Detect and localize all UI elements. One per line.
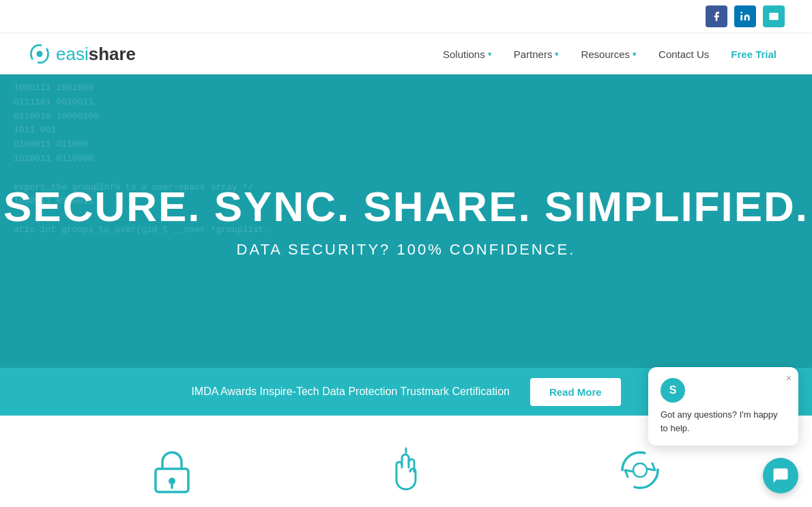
lock-icon <box>145 443 199 497</box>
email-icon[interactable] <box>763 5 785 27</box>
chat-logo: S <box>661 378 685 403</box>
hero-subtitle: DATA SECURITY? 100% CONFIDENCE. <box>3 241 809 259</box>
chat-close-button[interactable]: × <box>786 373 792 383</box>
sync-icon-item <box>613 443 667 497</box>
svg-point-0 <box>740 12 742 14</box>
nav-partners[interactable]: Partners ▾ <box>506 43 568 66</box>
hero-title: SECURE. SYNC. SHARE. SIMPLIFIED. <box>3 184 809 230</box>
facebook-icon[interactable] <box>706 5 727 27</box>
logo-text: easishare <box>56 44 136 65</box>
touch-icon <box>379 443 433 497</box>
linkedin-icon[interactable] <box>734 5 756 27</box>
chat-bubble-text: Got any questions? I'm happy to help. <box>661 408 786 435</box>
banner-text: IMDA Awards Inspire-Tech Data Protection… <box>191 386 510 398</box>
svg-point-1 <box>37 51 43 57</box>
lock-icon-item <box>145 443 199 497</box>
navbar: easishare Solutions ▾ Partners ▾ Resourc… <box>0 33 812 74</box>
svg-point-6 <box>633 463 647 477</box>
nav-links: Solutions ▾ Partners ▾ Resources ▾ Conta… <box>435 43 785 66</box>
logo[interactable]: easishare <box>27 42 136 66</box>
top-social-bar <box>0 0 812 33</box>
sync-icon <box>613 443 667 497</box>
chat-trigger-icon <box>771 466 790 485</box>
touch-icon-item <box>379 443 433 497</box>
chat-trigger-button[interactable] <box>763 458 798 493</box>
nav-resources[interactable]: Resources ▾ <box>572 43 645 66</box>
read-more-button[interactable]: Read More <box>530 378 621 406</box>
nav-contact-us[interactable]: Contact Us <box>650 43 717 66</box>
chat-widget: × S Got any questions? I'm happy to help… <box>763 458 798 493</box>
hero-content: SECURE. SYNC. SHARE. SIMPLIFIED. DATA SE… <box>3 184 809 259</box>
chat-bubble: × S Got any questions? I'm happy to help… <box>648 367 798 446</box>
hero-section: 1000111 1001000 0111101 0010011 0110010 … <box>0 74 812 368</box>
nav-free-trial[interactable]: Free Trial <box>723 43 785 66</box>
nav-solutions[interactable]: Solutions ▾ <box>435 43 500 66</box>
